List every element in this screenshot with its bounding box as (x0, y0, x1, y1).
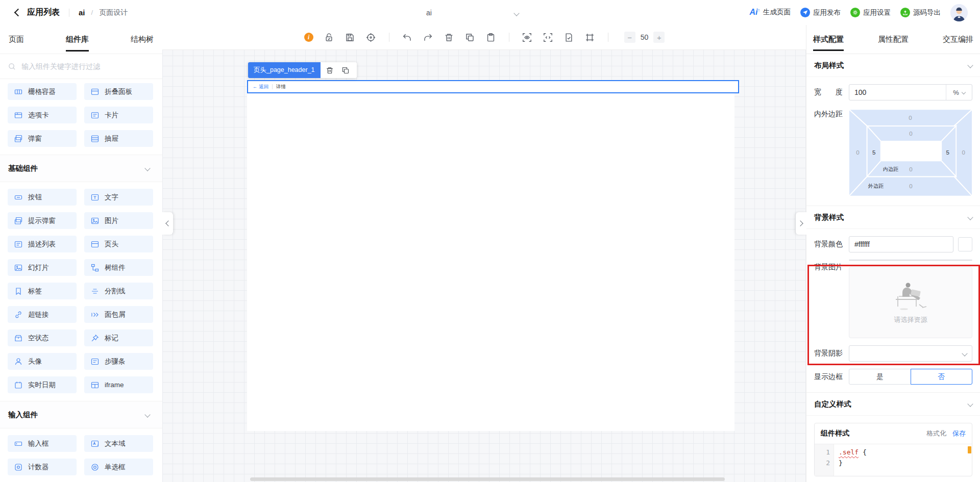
component-item-card[interactable]: 卡片 (84, 107, 153, 123)
custom-style-section-header[interactable]: 自定义样式 (806, 392, 980, 416)
copy-component-icon[interactable] (339, 64, 352, 77)
component-list: 栅格容器 折叠面板 选项卡 卡片 弹窗 抽屉 基础组件 按钮 文字 提示弹窗 图… (0, 79, 162, 482)
component-item-steps[interactable]: 步骤条 (84, 353, 153, 370)
app-name[interactable]: ai (79, 8, 85, 17)
horizontal-scrollbar[interactable] (250, 477, 725, 481)
component-item-page-header[interactable]: 页头 (84, 236, 153, 252)
component-item-tag[interactable]: 标签 (8, 283, 77, 299)
frame-icon[interactable] (585, 32, 595, 42)
generate-page-button[interactable]: Ai↑ 生成页面 (750, 8, 791, 17)
background-image-input[interactable] (849, 260, 972, 261)
component-item-textarea[interactable]: 文本域 (84, 435, 153, 452)
component-item-radio[interactable]: 单选框 (84, 459, 153, 475)
delete-icon[interactable] (444, 32, 454, 42)
margin-top-value[interactable]: 0 (909, 115, 912, 121)
box-model-editor[interactable]: 0 0 0 5 5 0 内边距 0 外边距 0 (849, 108, 972, 198)
component-item-hyperlink[interactable]: 超链接 (8, 306, 77, 323)
padding-top-value[interactable]: 0 (909, 131, 912, 137)
background-shadow-select[interactable] (849, 345, 972, 362)
padding-bottom-value[interactable]: 0 (909, 166, 912, 172)
component-search-input[interactable] (20, 62, 154, 71)
component-item-collapse-panel[interactable]: 折叠面板 (84, 83, 153, 100)
collapse-right-panel-handle[interactable] (796, 212, 806, 235)
code-content[interactable]: .self { } (834, 444, 867, 476)
grid-container-icon (14, 88, 22, 96)
border-no-button[interactable]: 否 (911, 369, 973, 385)
component-item-avatar[interactable]: 头像 (8, 353, 77, 370)
tab-interaction-config[interactable]: 交互编排 (943, 25, 973, 54)
background-color-input[interactable] (849, 240, 953, 248)
preview-icon[interactable] (522, 32, 532, 42)
tab-property-config[interactable]: 属性配置 (878, 25, 909, 54)
page-artboard[interactable]: ← 返回 详情 (247, 80, 734, 431)
component-item-tree[interactable]: 树组件 (84, 259, 153, 276)
page-selector[interactable]: ai (352, 0, 521, 25)
background-style-section-header[interactable]: 背景样式 (806, 206, 980, 229)
css-code-editor[interactable]: 1 2 .self { } (815, 444, 972, 476)
save-icon[interactable] (345, 32, 355, 42)
component-item-input[interactable]: 输入框 (8, 435, 77, 452)
component-item-iframe[interactable]: iframe (84, 376, 153, 393)
component-item-image[interactable]: 图片 (84, 212, 153, 229)
zoom-out-button[interactable]: − (624, 32, 635, 43)
source-export-button[interactable]: 源码导出 (900, 8, 941, 17)
code-preview-icon[interactable] (543, 32, 553, 42)
component-item-empty-state[interactable]: 空状态 (8, 329, 77, 346)
paste-icon[interactable] (486, 32, 496, 42)
section-input-components[interactable]: 输入组件 (0, 401, 162, 428)
locate-icon[interactable] (366, 32, 376, 42)
user-avatar[interactable] (950, 4, 968, 21)
component-item-marker[interactable]: 标记 (84, 329, 153, 346)
design-canvas[interactable]: i − 50 + 页头_page_header_1 (162, 25, 806, 482)
margin-bottom-value[interactable]: 0 (909, 183, 912, 189)
padding-right-value[interactable]: 5 (946, 149, 949, 156)
margin-left-value[interactable]: 0 (856, 149, 859, 156)
padding-left-value[interactable]: 5 (872, 149, 875, 156)
component-item-drawer[interactable]: 抽屉 (84, 130, 153, 147)
page-check-icon[interactable] (564, 32, 574, 42)
redo-icon[interactable] (423, 32, 433, 42)
page-header-back-link[interactable]: ← 返回 (253, 84, 268, 90)
component-item-tabs[interactable]: 选项卡 (8, 107, 77, 123)
width-input[interactable] (849, 88, 946, 96)
zoom-in-button[interactable]: + (653, 32, 665, 43)
back-chevron-icon[interactable] (14, 9, 22, 17)
component-item-breadcrumb[interactable]: 面包屑 (84, 306, 153, 323)
selected-component-badge[interactable]: 页头_page_header_1 (248, 62, 321, 78)
format-code-button[interactable]: 格式化 (926, 429, 946, 438)
app-settings-button[interactable]: 应用设置 (850, 8, 891, 17)
component-item-button[interactable]: 按钮 (8, 189, 77, 206)
component-item-alert-popup[interactable]: 提示弹窗 (8, 212, 77, 229)
info-icon[interactable]: i (304, 33, 313, 42)
width-unit-select[interactable]: % (946, 85, 972, 100)
delete-component-icon[interactable] (323, 64, 336, 77)
lock-icon[interactable] (324, 32, 334, 42)
component-item-carousel[interactable]: 幻灯片 (8, 259, 77, 276)
duplicate-icon[interactable] (465, 32, 475, 42)
tab-structure-tree[interactable]: 结构树 (131, 25, 154, 54)
section-basic-components[interactable]: 基础组件 (0, 155, 162, 182)
layout-style-section-header[interactable]: 布局样式 (806, 54, 980, 77)
tab-component-library[interactable]: 组件库 (66, 25, 89, 54)
border-yes-button[interactable]: 是 (849, 369, 911, 385)
margin-right-value[interactable]: 0 (962, 149, 965, 156)
component-item-modal[interactable]: 弹窗 (8, 130, 77, 147)
save-code-button[interactable]: 保存 (952, 429, 966, 438)
component-item-text[interactable]: 文字 (84, 189, 153, 206)
image-icon (91, 217, 99, 225)
collapse-left-panel-handle[interactable] (162, 212, 173, 235)
undo-icon[interactable] (402, 32, 412, 42)
component-item-grid-container[interactable]: 栅格容器 (8, 83, 77, 100)
component-item-live-date[interactable]: 实时日期 (8, 376, 77, 393)
resource-picker[interactable]: 请选择资源 (849, 267, 972, 338)
background-color-row: 背景颜色 (814, 236, 972, 252)
back-to-app-list[interactable]: 应用列表 (27, 7, 60, 18)
tab-pages[interactable]: 页面 (9, 25, 24, 54)
page-header-component[interactable]: ← 返回 详情 (247, 80, 739, 93)
color-swatch[interactable] (958, 237, 972, 251)
component-item-description-list[interactable]: 描述列表 (8, 236, 77, 252)
tab-style-config[interactable]: 样式配置 (813, 25, 844, 54)
component-item-counter[interactable]: 计数器 (8, 459, 77, 475)
app-publish-button[interactable]: 应用发布 (800, 8, 841, 17)
component-item-divider[interactable]: 分割线 (84, 283, 153, 299)
